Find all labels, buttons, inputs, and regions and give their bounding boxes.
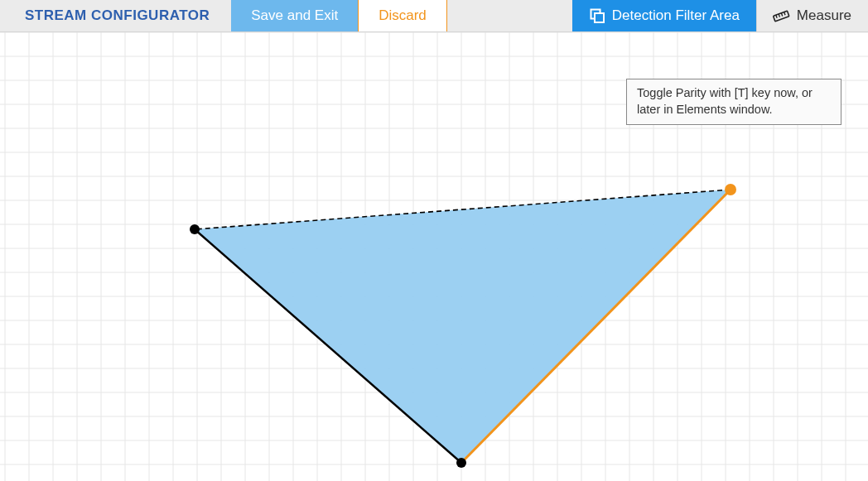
svg-line-5: [781, 13, 782, 17]
vertex-handle[interactable]: [190, 224, 200, 234]
canvas-area[interactable]: Toggle Parity with [T] key now, or later…: [0, 32, 868, 481]
svg-line-4: [779, 14, 779, 17]
ruler-icon: [772, 7, 790, 25]
toolbar: STREAM CONFIGURATOR Save and Exit Discar…: [0, 0, 868, 32]
svg-line-6: [784, 12, 785, 15]
tooltip-text: Toggle Parity with [T] key now, or later…: [637, 86, 813, 116]
svg-line-3: [776, 15, 777, 18]
overlap-squares-icon: [589, 7, 605, 24]
polygon-fill[interactable]: [195, 190, 731, 463]
detection-filter-area-button[interactable]: Detection Filter Area: [572, 0, 756, 31]
parity-tooltip: Toggle Parity with [T] key now, or later…: [626, 79, 841, 125]
discard-button-label: Discard: [379, 7, 427, 24]
save-button-label: Save and Exit: [251, 7, 338, 24]
detection-button-label: Detection Filter Area: [612, 7, 740, 24]
polygon-shape[interactable]: [190, 184, 736, 468]
toolbar-spacer: [447, 0, 572, 31]
svg-rect-2: [773, 11, 788, 22]
discard-button[interactable]: Discard: [358, 0, 447, 31]
vertex-handle[interactable]: [456, 458, 466, 468]
page-title: STREAM CONFIGURATOR: [0, 0, 231, 31]
measure-button-label: Measure: [797, 7, 851, 24]
svg-rect-1: [595, 13, 604, 22]
vertex-handle-active[interactable]: [725, 184, 736, 195]
measure-button[interactable]: Measure: [756, 0, 868, 31]
save-and-exit-button[interactable]: Save and Exit: [231, 0, 358, 31]
